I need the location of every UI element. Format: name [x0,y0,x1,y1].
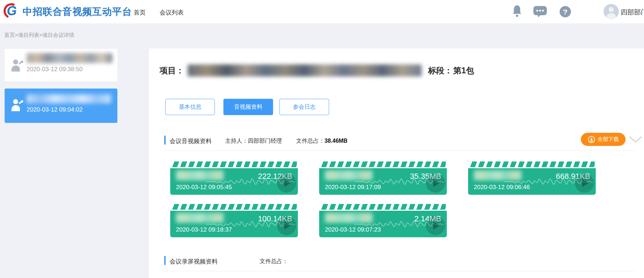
total-label: 文件总占： [296,138,324,144]
redacted-meeting-title [27,94,111,103]
section-divider [164,271,635,271]
host-value: 四部部门经理 [248,138,282,144]
filmstrip-decoration [319,203,447,211]
file-time: 2020-03-12 09:06:46 [474,184,530,191]
project-label: 项目： [160,65,184,76]
play-icon [284,222,290,229]
host-label: 主持人： [225,138,248,144]
stage-label: 标段： [428,65,453,76]
app-header: G 中招联合音视频互动平台 首页 会议列表 ? [0,0,644,23]
filmstrip-decoration [319,160,447,168]
redacted-file-name [325,213,373,223]
avatar[interactable] [604,4,619,19]
audio-file-card[interactable]: 35.35MB 2020-03-12 09:17:09 [319,160,447,195]
download-all-label: 全部下载 [598,136,619,143]
redacted-meeting-title [27,53,112,63]
nav-item-meeting-list[interactable]: 会议列表 [160,8,184,17]
stage-value: 第1包 [453,65,474,76]
file-time: 2020-03-12 09:18:37 [176,226,232,233]
tab-basic-info[interactable]: 基本信息 [165,99,215,115]
bell-icon[interactable] [512,5,522,19]
audio-file-card[interactable]: 222.12KB 2020-03-12 09:05:45 [170,160,298,195]
play-icon [582,179,588,187]
redacted-project-name [188,64,422,76]
chat-icon[interactable] [533,6,547,19]
play-button[interactable] [426,216,445,235]
nav-item-home[interactable]: 首页 [134,8,146,17]
meeting-time: 2020-03-12 09:38:50 [27,66,83,73]
page: G 中招联合音视频互动平台 首页 会议列表 ? [0,0,644,278]
play-icon [284,179,290,187]
brand-logo-icon[interactable]: G [4,3,21,20]
logo-letter: G [7,4,17,18]
filmstrip-decoration [468,160,596,168]
redacted-file-name [176,170,224,180]
audio-file-card[interactable]: 100.14KB 2020-03-12 09:18:37 [170,203,298,237]
meeting-list-item[interactable]: 2020-03-12 09:38:50 [5,49,117,81]
screen-total-info: 文件总占： [260,258,288,265]
screen-total-label: 文件总占： [260,258,288,264]
meeting-time: 2020-03-12 09:04:02 [27,106,83,113]
filmstrip-decoration [170,203,298,211]
section-accent-bar [164,136,166,144]
tab-attend-log[interactable]: 参会日志 [279,99,329,115]
play-button[interactable] [277,174,296,193]
redacted-file-name [325,170,373,180]
play-button[interactable] [426,174,445,193]
total-size-info: 文件总占：38.46MB [296,137,348,145]
download-all-button[interactable]: 全部下载 [581,133,626,146]
user-name[interactable]: 四部部门 [621,8,644,17]
tab-audio-video[interactable]: 音视频资料 [223,99,273,115]
file-time: 2020-03-12 09:07:23 [325,226,381,233]
meeting-list-item-selected[interactable]: 2020-03-12 09:04:02 [5,89,117,123]
svg-text:?: ? [563,8,568,16]
play-button[interactable] [575,174,594,193]
help-icon[interactable]: ? [559,5,572,19]
filmstrip-decoration [170,160,298,168]
redacted-file-name [176,213,224,223]
audio-file-card[interactable]: 668.91KB 2020-03-12 09:06:46 [468,160,596,195]
speaker-person-icon [10,58,24,74]
host-info: 主持人：四部部门经理 [225,137,282,145]
breadcrumb[interactable]: 首页>项目列表>项目会议详情 [4,32,74,39]
main-panel: 项目： 标段： 第1包 基本信息 音视频资料 参会日志 会议音视频资料 主持人：… [149,49,644,278]
file-time: 2020-03-12 09:05:45 [176,184,232,191]
play-icon [433,222,439,229]
chevron-down-icon[interactable] [628,136,643,145]
play-icon [433,179,439,187]
audio-file-card[interactable]: 2.14MB 2020-03-12 09:07:23 [319,203,447,237]
section-divider [164,151,635,151]
project-title-row: 项目： 标段： 第1包 [160,64,474,77]
speaker-person-icon [10,98,24,113]
brand-title: 中招联合音视频互动平台 [23,5,132,18]
audio-section-title: 会议音视频资料 [170,137,212,145]
redacted-file-name [474,170,522,180]
total-value: 38.46MB [324,138,348,144]
download-icon [588,136,595,143]
file-time: 2020-03-12 09:17:09 [325,184,381,191]
section-accent-bar [164,256,166,265]
screen-section-title: 会议录屏视频资料 [170,257,218,266]
play-button[interactable] [277,216,296,235]
